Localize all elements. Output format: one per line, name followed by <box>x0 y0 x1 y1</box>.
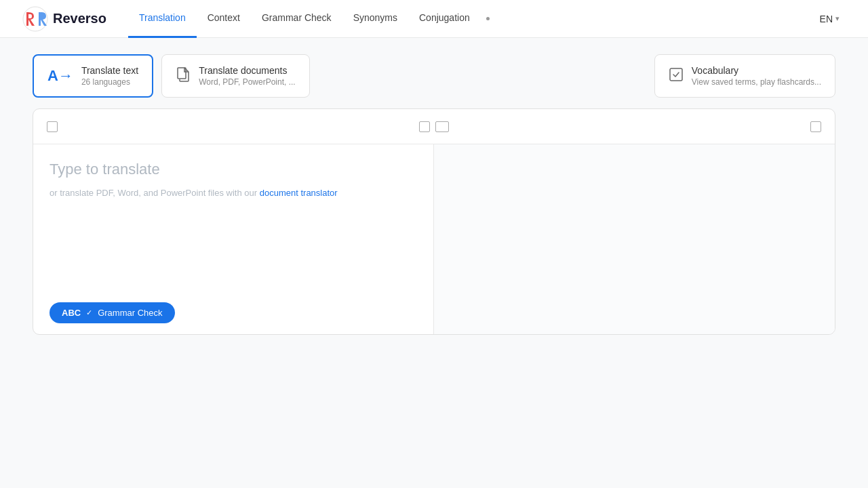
logo-icon <box>22 5 49 33</box>
fullscreen-icon[interactable] <box>435 121 449 132</box>
nav-more-dot <box>486 17 490 20</box>
brand-name: Reverso <box>53 11 106 26</box>
top-tabs: A→ Translate text 26 languages Translate… <box>33 54 835 98</box>
nav-item-context[interactable]: Context <box>197 0 251 38</box>
source-placeholder: Type to translate <box>50 161 417 178</box>
source-lang-icon <box>47 121 58 132</box>
source-panel[interactable]: Type to translate or translate PDF, Word… <box>33 144 434 334</box>
tab-vocabulary[interactable]: Vocabulary View saved terms, play flashc… <box>654 54 835 98</box>
translate-text-icon: A→ <box>47 67 73 85</box>
chevron-down-icon: ▾ <box>835 14 840 23</box>
tab-translate-docs[interactable]: Translate documents Word, PDF, PowerPoin… <box>161 54 310 98</box>
vocabulary-title: Vocabulary <box>692 65 821 76</box>
nav-item-conjugation[interactable]: Conjugation <box>408 0 481 38</box>
nav-item-synonyms[interactable]: Synonyms <box>342 0 408 38</box>
translator-box: Type to translate or translate PDF, Word… <box>33 108 835 335</box>
vocabulary-icon <box>669 67 684 85</box>
translate-docs-title: Translate documents <box>199 65 296 76</box>
main-content: A→ Translate text 26 languages Translate… <box>0 38 868 488</box>
source-lang-selector <box>47 121 408 132</box>
nav-item-translation[interactable]: Translation <box>128 0 197 38</box>
translate-docs-icon <box>176 67 191 85</box>
center-icons <box>419 121 449 132</box>
translate-docs-subtitle: Word, PDF, PowerPoint, ... <box>199 77 296 87</box>
target-lang-icon <box>810 121 821 132</box>
grammar-check-label: Grammar Check <box>98 308 162 318</box>
grammar-check-button[interactable]: ABC ✓ Grammar Check <box>50 302 175 323</box>
document-translator-link[interactable]: document translator <box>260 188 338 198</box>
expand-icon[interactable] <box>419 121 430 132</box>
translator-header <box>33 109 835 144</box>
grammar-check-icon: ✓ <box>86 308 92 317</box>
logo-link[interactable]: Reverso <box>22 5 106 33</box>
target-lang-selector <box>460 121 821 132</box>
target-panel <box>434 144 835 334</box>
translator-panels: Type to translate or translate PDF, Word… <box>33 144 835 334</box>
grammar-abc-icon: ABC <box>62 308 81 318</box>
nav-item-grammar[interactable]: Grammar Check <box>251 0 342 38</box>
translate-text-title: Translate text <box>81 65 138 76</box>
language-selector[interactable]: EN ▾ <box>813 9 846 28</box>
nav-right: EN ▾ <box>813 9 846 28</box>
navbar: Reverso Translation Context Grammar Chec… <box>0 0 868 38</box>
nav-links: Translation Context Grammar Check Synony… <box>128 0 813 38</box>
vocabulary-subtitle: View saved terms, play flashcards... <box>692 77 821 87</box>
translate-text-subtitle: 26 languages <box>81 77 138 87</box>
svg-rect-2 <box>670 68 682 81</box>
source-helper-text: or translate PDF, Word, and PowerPoint f… <box>50 188 417 198</box>
tab-translate-text[interactable]: A→ Translate text 26 languages <box>33 54 153 98</box>
